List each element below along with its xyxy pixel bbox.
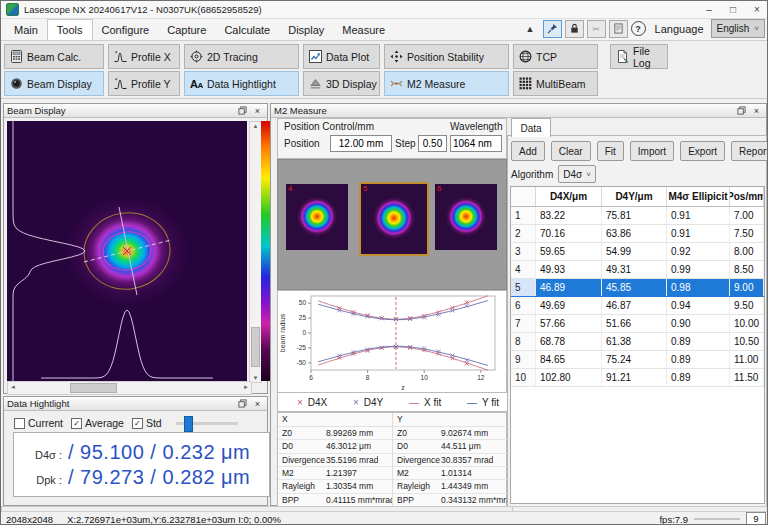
restore-panel-icon[interactable] [236, 398, 249, 409]
table-row[interactable]: 984.6575.240.8911.00 [511, 351, 764, 369]
legend-label: D4X [308, 397, 327, 408]
beam-thumbnail-4[interactable]: 4 [286, 184, 348, 250]
beam-thumbnail-6[interactable]: 6 [435, 184, 497, 250]
fit-param-value: 1.01314 [441, 468, 472, 478]
checkbox-current[interactable]: Current [14, 417, 63, 429]
maximize-icon[interactable]: □ [721, 1, 745, 18]
checkbox-average[interactable]: ✓Average [71, 417, 124, 429]
table-row[interactable]: 10102.8091.210.8911.50 [511, 369, 764, 387]
table-row[interactable]: 183.2275.810.917.00 [511, 207, 764, 225]
scroll-right-icon[interactable]: ► [243, 384, 249, 390]
toolbar-button-position-stability[interactable]: Position Stability [384, 44, 509, 69]
menu-tab-tools[interactable]: Tools [47, 19, 93, 40]
table-cell: 59.65 [536, 243, 602, 260]
table-cell: 9.50 [730, 297, 764, 314]
table-row[interactable]: 359.6554.990.928.00 [511, 243, 764, 261]
toolbar-button-profile-x[interactable]: Profile X [108, 44, 180, 69]
ribbon-toolbar: Beam Calc.Profile X2D TracingData PlotPo… [1, 41, 768, 99]
collapse-ribbon-icon[interactable]: ▲ [521, 20, 540, 38]
profile-icon [114, 50, 127, 63]
scissors-icon[interactable]: ✂ [587, 20, 606, 38]
scroll-left-icon[interactable]: ◄ [10, 384, 16, 390]
table-cell: 3 [511, 243, 536, 260]
algorithm-select[interactable]: D4σ ˅ [558, 165, 596, 183]
vscroll-thumb[interactable] [251, 327, 260, 367]
restore-panel-icon[interactable] [735, 105, 748, 116]
tab-data[interactable]: Data [511, 118, 551, 137]
restore-panel-icon[interactable] [236, 105, 249, 116]
close-panel-icon[interactable]: × [251, 398, 264, 409]
beam-thumbnail-5[interactable]: 5 [359, 182, 429, 256]
toolbar-button-beam-calc-[interactable]: Beam Calc. [4, 44, 104, 69]
add-button[interactable]: Add [511, 141, 545, 161]
menu-tab-main[interactable]: Main [5, 20, 47, 40]
menu-tab-calculate[interactable]: Calculate [215, 20, 279, 40]
menu-tab-measure[interactable]: Measure [333, 20, 394, 40]
highlight-size-slider[interactable] [176, 422, 238, 425]
wavelength-input[interactable] [450, 135, 502, 152]
toolbar-button-data-plot[interactable]: Data Plot [303, 44, 380, 69]
position-input[interactable] [330, 135, 392, 152]
table-row[interactable]: 757.6651.660.9010.00 [511, 315, 764, 333]
hscroll-thumb[interactable] [70, 383, 117, 393]
toolbar-button-tcp[interactable]: TCP [513, 44, 598, 69]
close-panel-icon[interactable]: × [251, 105, 264, 116]
minimize-icon[interactable]: – [697, 1, 721, 18]
fit-param-name: Rayleigh [393, 481, 441, 491]
x-axis-label: z [401, 384, 405, 391]
fit-param-value: 1.44349 mm [441, 481, 488, 491]
table-cell: 45.85 [602, 279, 667, 296]
toolbar-button-beam-display[interactable]: Beam Display [4, 71, 104, 96]
checkbox-std[interactable]: ✓Std [132, 417, 162, 429]
tracing-icon [190, 50, 203, 63]
fit-param-value: 35.5196 mrad [326, 455, 378, 465]
fit-result-row-bpp: BPP0.343132 mm*mrad [393, 494, 507, 506]
table-row[interactable]: 270.1663.860.917.50 [511, 225, 764, 243]
beam-horizontal-scrollbar[interactable]: ◄ ► [7, 381, 252, 395]
menu-tab-capture[interactable]: Capture [158, 20, 215, 40]
table-cell: 10.00 [730, 315, 764, 332]
slider-thumb[interactable] [184, 416, 193, 432]
toolbar-button-file-log[interactable]: File Log [610, 44, 668, 69]
lock-icon[interactable] [565, 20, 584, 38]
table-row[interactable]: 449.9349.310.998.50 [511, 261, 764, 279]
menu-tab-configure[interactable]: Configure [93, 20, 159, 40]
scroll-up-icon[interactable]: ▲ [250, 123, 261, 129]
fit-button[interactable]: Fit [597, 141, 624, 161]
x-tick-label: 10 [421, 374, 429, 381]
close-panel-icon[interactable]: × [750, 105, 763, 116]
report-button[interactable]: Report [731, 141, 768, 161]
beam-image-viewport[interactable] [7, 121, 247, 381]
table-row[interactable]: 868.7861.380.8910.50 [511, 333, 764, 351]
help-icon[interactable]: ? [631, 21, 646, 36]
report-doc-icon[interactable] [609, 20, 628, 38]
beam-display-title: Beam Display [7, 105, 66, 116]
export-button[interactable]: Export [680, 141, 725, 161]
pin-icon[interactable] [543, 20, 562, 38]
import-button[interactable]: Import [630, 141, 674, 161]
toolbar-button-multibeam[interactable]: MultiBeam [513, 71, 598, 96]
highlight-options-row: Current✓Average✓Std [14, 417, 238, 429]
table-row[interactable]: 649.6946.870.949.50 [511, 297, 764, 315]
language-select[interactable]: English ˅ [711, 19, 765, 38]
toolbar-button-3d-display[interactable]: 3D Display [303, 71, 380, 96]
measurement-value: / 79.273 / 0.282 μm [68, 466, 250, 489]
table-header-cell [511, 187, 536, 206]
step-input[interactable] [418, 135, 447, 152]
table-cell: 0.99 [667, 261, 730, 278]
toolbar-button-data-hightlight[interactable]: AAData Hightlight [184, 71, 299, 96]
toolbar-button-m2-measure[interactable]: M2 Measure [384, 71, 509, 96]
toolbar-button-2d-tracing[interactable]: 2D Tracing [184, 44, 299, 69]
clear-button[interactable]: Clear [551, 141, 591, 161]
table-cell: 83.22 [536, 207, 602, 224]
toolbar-button-profile-y[interactable]: Profile Y [108, 71, 180, 96]
table-cell: 7.00 [730, 207, 764, 224]
position-control-title: Position Control/mm [284, 121, 374, 132]
menu-tab-display[interactable]: Display [279, 20, 333, 40]
grid-icon [519, 77, 532, 90]
table-row[interactable]: 546.8945.850.989.00 [511, 279, 764, 297]
fps-slider[interactable] [694, 518, 740, 520]
fps-spinbox[interactable]: 9 [746, 512, 766, 525]
table-cell: 11.00 [730, 351, 764, 368]
close-icon[interactable]: × [745, 1, 768, 18]
